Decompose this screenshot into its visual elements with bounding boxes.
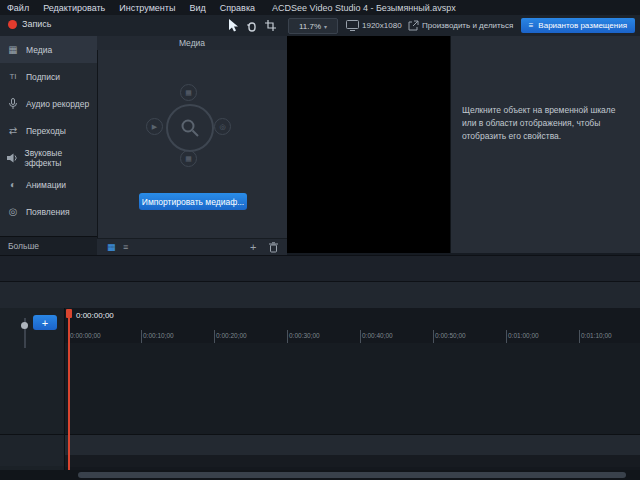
record-icon xyxy=(8,20,17,29)
transitions-icon: ⇄ xyxy=(0,125,26,136)
media-sat-bottom-icon: ▦ xyxy=(180,150,197,167)
media-panel-title: Медиа xyxy=(97,36,287,50)
speaker-icon xyxy=(0,153,25,163)
layout-label: Вариантов размещения xyxy=(538,21,627,30)
appearances-icon: ◎ xyxy=(0,206,26,217)
timeline-empty-rows[interactable] xyxy=(65,343,640,434)
playhead-line[interactable] xyxy=(68,309,70,470)
timeline-current-time: 0:00:00;00 xyxy=(76,311,114,320)
main-toolbar: Запись 11.7% ▾ 1920x1080 Производить и д… xyxy=(0,15,640,37)
layout-options-button[interactable]: ≡ Вариантов размещения xyxy=(521,18,635,33)
add-track-button[interactable]: + xyxy=(33,315,57,330)
layout-icon: ≡ xyxy=(529,21,534,30)
monitor-icon xyxy=(346,20,359,31)
magnifier-icon xyxy=(180,118,200,138)
sidebar-item-label: Переходы xyxy=(26,126,66,136)
record-button[interactable]: Запись xyxy=(8,19,52,29)
more-label: Больше xyxy=(8,241,39,251)
media-sat-left-icon: ▶ xyxy=(146,118,163,135)
select-tool-icon[interactable] xyxy=(228,19,239,32)
animations-icon: ◐ xyxy=(0,179,26,190)
resolution-value[interactable]: 1920x1080 xyxy=(362,21,402,30)
import-media-button[interactable]: Импортировать медиаф... xyxy=(139,193,247,210)
video-preview[interactable] xyxy=(287,36,450,253)
sidebar-item-label: Звуковые эффекты xyxy=(25,148,97,168)
ruler-label: 0:00:10;00 xyxy=(143,332,174,339)
produce-share-button[interactable]: Производить и делиться xyxy=(422,21,513,30)
sidebar-item-media[interactable]: ▦ Медиа xyxy=(0,36,97,63)
edit-toolbar: ↶ ↷ ][ ✂ [ ] ♥ ⇤ ⇥ xyxy=(0,281,640,308)
track-1-header[interactable]: Дорожка 1 xyxy=(0,434,65,466)
track-1-audio-sublane[interactable] xyxy=(65,455,640,467)
properties-panel xyxy=(450,36,640,253)
add-media-icon[interactable]: + xyxy=(250,241,256,253)
media-sat-right-icon: ◎ xyxy=(214,118,231,135)
track-height-knob[interactable] xyxy=(21,322,28,329)
ruler-label: 0:01:10;00 xyxy=(581,332,612,339)
ruler-label: 0:01:00;00 xyxy=(508,332,539,339)
list-view-icon[interactable]: ≡ xyxy=(123,242,128,252)
menu-edit[interactable]: Редактировать xyxy=(36,3,112,13)
properties-hint: Щелкните объект на временной шкале или в… xyxy=(462,104,630,144)
ruler-label: 0:00:30;00 xyxy=(289,332,320,339)
chevron-down-icon: ▾ xyxy=(324,23,327,30)
sidebar-item-label: Появления xyxy=(26,207,70,217)
scrollbar-thumb[interactable] xyxy=(78,472,626,478)
sidebar-item-label: Подписи xyxy=(26,72,60,82)
ruler-label: 0:00:20;00 xyxy=(216,332,247,339)
microphone-icon xyxy=(0,98,26,110)
ruler-label: 0:00:00;00 xyxy=(70,332,101,339)
media-placeholder-circle xyxy=(166,104,214,152)
sidebar-item-sound-effects[interactable]: Звуковые эффекты xyxy=(0,144,97,171)
menu-view[interactable]: Вид xyxy=(182,3,212,13)
media-panel-footer: ▦ ≡ + xyxy=(97,238,287,256)
sidebar-more-button[interactable]: Больше xyxy=(0,236,97,255)
media-sat-top-icon: ▦ xyxy=(180,84,197,101)
menu-file[interactable]: Файл xyxy=(0,3,36,13)
media-icon: ▦ xyxy=(0,44,26,55)
hand-tool-icon[interactable] xyxy=(246,20,258,32)
record-label: Запись xyxy=(22,19,52,29)
menu-bar: Файл Редактировать Инструменты Вид Справ… xyxy=(0,0,640,15)
track-1-lane[interactable] xyxy=(65,434,640,467)
zoom-level-dropdown[interactable]: 11.7% ▾ xyxy=(288,18,338,34)
menu-help[interactable]: Справка xyxy=(213,3,262,13)
grid-view-icon[interactable]: ▦ xyxy=(107,242,116,252)
captions-icon: TI xyxy=(0,72,26,81)
sidebar-item-audio-recorder[interactable]: Аудио рекордер xyxy=(0,90,97,117)
trash-icon[interactable] xyxy=(269,242,278,253)
playhead-handle[interactable] xyxy=(66,309,72,318)
sidebar-item-label: Анимации xyxy=(26,180,66,190)
sidebar-item-appearances[interactable]: ◎ Появления xyxy=(0,198,97,225)
sidebar-item-animations[interactable]: ◐ Анимации xyxy=(0,171,97,198)
crop-tool-icon[interactable] xyxy=(265,20,276,31)
zoom-level-value: 11.7% xyxy=(299,22,321,31)
app-window: Файл Редактировать Инструменты Вид Справ… xyxy=(0,0,640,480)
ruler-label: 0:00:40;00 xyxy=(362,332,393,339)
sidebar-item-captions[interactable]: TI Подписи xyxy=(0,63,97,90)
playback-bar: ◀ ◁ ▶ ▷ ↻ 00:00/00:00 xyxy=(0,255,640,281)
menu-tools[interactable]: Инструменты xyxy=(112,3,182,13)
share-icon xyxy=(408,20,419,31)
ruler-label: 0:00:50;00 xyxy=(435,332,466,339)
sidebar-item-transitions[interactable]: ⇄ Переходы xyxy=(0,117,97,144)
sidebar-item-label: Медиа xyxy=(26,45,52,55)
sidebar-item-label: Аудио рекордер xyxy=(26,99,89,109)
window-title: ACDSee Video Studio 4 - Безымянный.avspx xyxy=(272,3,456,13)
